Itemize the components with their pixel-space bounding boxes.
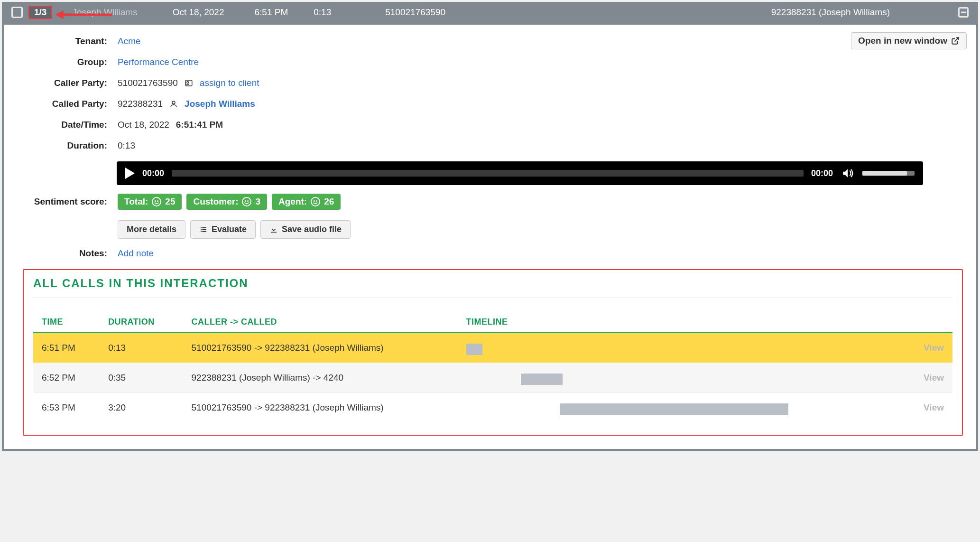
assign-to-client-link[interactable]: assign to client	[200, 78, 259, 88]
open-new-window-label: Open in new window	[858, 36, 947, 46]
view-link[interactable]: View	[924, 402, 944, 412]
group-link[interactable]: Performance Centre	[118, 57, 199, 67]
svg-line-2	[955, 37, 959, 41]
cell-caller-called: 510021763590 -> 922388231 (Joseph Willia…	[183, 393, 458, 423]
col-timeline[interactable]: TIMELINE	[458, 312, 904, 333]
table-row[interactable]: 6:53 PM3:20510021763590 -> 922388231 (Jo…	[33, 393, 952, 423]
calls-table: TIME DURATION CALLER -> CALLED TIMELINE …	[33, 312, 952, 422]
col-view	[903, 312, 952, 333]
download-icon	[269, 225, 278, 234]
record-body: Open in new window Tenant: Acme Group: P…	[4, 25, 976, 449]
interaction-calls-section: ALL CALLS IN THIS INTERACTION TIME DURAT…	[23, 269, 963, 436]
cell-caller-called: 510021763590 -> 922388231 (Joseph Willia…	[183, 333, 458, 363]
table-row[interactable]: 6:52 PM0:35922388231 (Joseph Williams) -…	[33, 363, 952, 393]
contact-card-icon	[185, 79, 193, 87]
cell-caller-called: 922388231 (Joseph Williams) -> 4240	[183, 363, 458, 393]
sentiment-total-badge[interactable]: Total: 25	[118, 194, 182, 210]
col-caller-called[interactable]: CALLER -> CALLED	[183, 312, 458, 333]
svg-marker-1	[55, 10, 64, 19]
called-party-name-link[interactable]: Joseph Williams	[185, 99, 255, 109]
group-label: Group:	[23, 57, 118, 67]
svg-point-5	[172, 101, 175, 104]
view-link[interactable]: View	[924, 373, 944, 383]
audio-total-time: 00:00	[811, 168, 833, 178]
sentiment-agent-badge[interactable]: Agent: 26	[272, 194, 341, 210]
smiley-icon	[242, 197, 251, 206]
col-time[interactable]: TIME	[33, 312, 100, 333]
date-value: Oct 18, 2022	[118, 120, 169, 130]
volume-slider[interactable]	[862, 171, 915, 176]
cell-duration: 0:35	[100, 363, 183, 393]
col-duration[interactable]: DURATION	[100, 312, 183, 333]
caller-party-label: Caller Party:	[23, 78, 118, 88]
time-value: 6:51:41 PM	[176, 120, 223, 130]
svg-rect-9	[202, 229, 206, 230]
collapse-icon[interactable]	[958, 7, 969, 18]
caller-party-number: 510021763590	[118, 78, 178, 88]
cell-time: 6:53 PM	[33, 393, 100, 423]
header-caller-number: 510021763590	[385, 7, 445, 18]
header-date: Oct 18, 2022	[173, 7, 224, 18]
svg-rect-8	[201, 229, 202, 230]
external-link-icon	[951, 37, 960, 45]
volume-icon[interactable]	[841, 167, 855, 179]
called-party-number: 922388231	[118, 99, 163, 109]
tenant-link[interactable]: Acme	[118, 36, 141, 47]
list-icon	[199, 226, 208, 234]
cell-timeline	[458, 393, 904, 423]
called-party-label: Called Party:	[23, 99, 118, 109]
select-checkbox[interactable]	[11, 7, 23, 18]
play-button[interactable]	[125, 168, 135, 179]
segment-counter-badge[interactable]: 1/3	[28, 6, 52, 19]
sentiment-customer-badge[interactable]: Customer: 3	[186, 194, 267, 210]
duration-label: Duration:	[23, 140, 118, 151]
svg-rect-7	[202, 227, 206, 228]
datetime-label: Date/Time:	[23, 120, 118, 130]
open-new-window-button[interactable]: Open in new window	[851, 32, 967, 49]
svg-rect-6	[201, 227, 202, 228]
cell-time: 6:51 PM	[33, 333, 100, 363]
table-row[interactable]: 6:51 PM0:13510021763590 -> 922388231 (Jo…	[33, 333, 952, 363]
section-title: ALL CALLS IN THIS INTERACTION	[33, 277, 952, 298]
cell-timeline	[458, 333, 904, 363]
add-note-link[interactable]: Add note	[118, 248, 154, 259]
record-panel: 1/3 Joseph Williams Oct 18, 2022 6:51 PM…	[2, 2, 978, 451]
evaluate-button[interactable]: Evaluate	[190, 220, 256, 239]
cell-time: 6:52 PM	[33, 363, 100, 393]
svg-point-4	[187, 82, 189, 84]
person-icon	[169, 100, 178, 108]
save-audio-button[interactable]: Save audio file	[260, 220, 351, 239]
smiley-icon	[311, 197, 320, 206]
audio-current-time: 00:00	[142, 168, 164, 178]
audio-player: 00:00 00:00	[117, 161, 923, 185]
cell-duration: 3:20	[100, 393, 183, 423]
svg-rect-10	[201, 231, 202, 232]
cell-duration: 0:13	[100, 333, 183, 363]
view-link[interactable]: View	[924, 343, 944, 353]
tenant-label: Tenant:	[23, 36, 118, 47]
smiley-icon	[152, 197, 161, 206]
cell-timeline	[458, 363, 904, 393]
more-details-button[interactable]: More details	[118, 220, 185, 239]
header-time: 6:51 PM	[254, 7, 288, 18]
svg-rect-11	[202, 231, 206, 232]
audio-seek-bar[interactable]	[172, 170, 804, 177]
notes-label: Notes:	[23, 248, 118, 259]
header-duration: 0:13	[314, 7, 331, 18]
record-header: 1/3 Joseph Williams Oct 18, 2022 6:51 PM…	[4, 4, 976, 25]
duration-value: 0:13	[118, 140, 135, 151]
sentiment-label: Sentiment score:	[23, 196, 118, 207]
header-called-display: 922388231 (Joseph Williams)	[771, 7, 890, 18]
header-agent-name: Joseph Williams	[72, 7, 137, 18]
